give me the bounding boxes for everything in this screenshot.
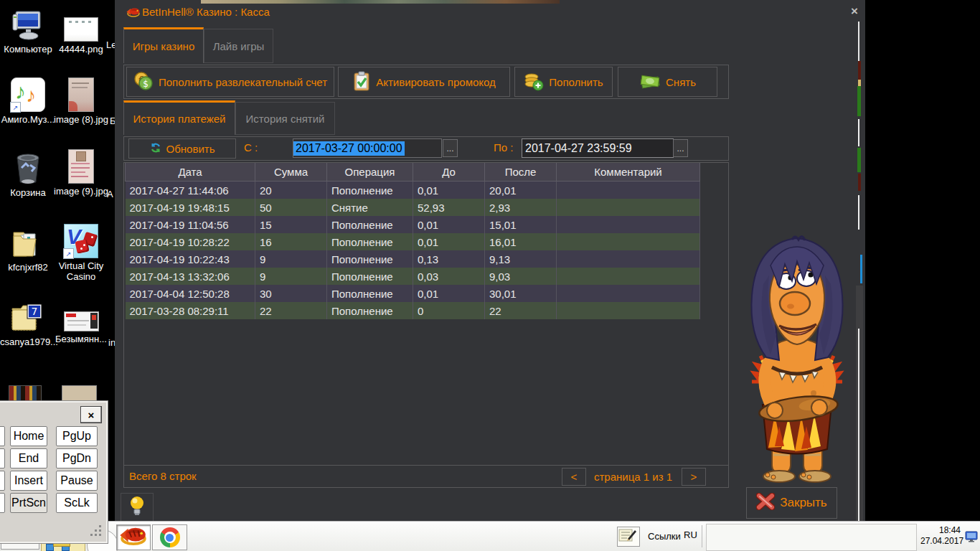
coins-stack-plus-icon [524,71,544,93]
desktop-icon-label: Амиго.Муз... [0,114,56,125]
next-page-button[interactable]: > [682,468,706,486]
edge-sliver [858,61,861,80]
osk-key-insert[interactable]: Insert [10,471,47,491]
tab-withdrawals-history[interactable]: История снятий [235,102,335,135]
desktop-icon-label: Корзина [0,187,56,198]
desktop-icon-recycle-bin[interactable]: Корзина [0,151,56,198]
button-label: Закрыть [780,496,826,510]
table-row[interactable]: 2017-04-19 10:22:439Пополнение0,139,13 [126,250,700,268]
date-from-label: С : [244,141,258,154]
col-header-amount[interactable]: Сумма [255,163,327,182]
osk-key-pgdn[interactable]: PgDn [56,448,98,468]
red-x-icon [756,493,775,514]
edge-sliver [857,148,861,172]
partial-icon-label: А [107,189,113,199]
taskbar-button-chrome[interactable] [152,524,187,550]
table-row[interactable]: 2017-04-13 13:32:069Пополнение0,039,03 [126,268,700,285]
desktop-icon-label: Virtual City Casino [53,260,109,282]
table-row[interactable]: 2017-04-19 10:28:2216Пополнение0,0116,01 [126,233,700,250]
taskbar-button-betinhell[interactable] [116,524,151,550]
links-toolbar-label[interactable]: Ссылки [648,531,681,542]
clipboard-check-icon [352,71,371,93]
date-from-input[interactable]: 2017-03-27 00:00:00 [293,138,442,158]
col-header-after[interactable]: После [485,163,557,182]
resize-grip[interactable] [90,534,93,536]
table-row[interactable]: 2017-04-19 11:04:5615Пополнение0,0115,01 [126,216,700,233]
svg-text:$: $ [143,79,149,89]
col-header-operation[interactable]: Операция [327,163,413,182]
coins-currency-icon: €$ [133,71,154,93]
table-row[interactable]: 2017-04-27 11:44:0620Пополнение0,0120,01 [126,182,700,199]
edge-sliver [858,80,861,86]
banknote-icon [639,72,661,93]
edge-sliver [858,329,859,522]
date-from-picker-button[interactable]: ... [443,139,458,157]
desktop-icon-folder-csanya[interactable]: 7 csanya1979... [0,300,56,347]
desktop-icon-image8[interactable]: image (8).jpg [53,77,109,125]
desktop-icon-untitled[interactable]: Безымянн... [53,309,109,344]
hint-bulb-button[interactable] [121,493,154,522]
desktop-icon-amigo-music[interactable]: ♪ ♪ ↗ Амиго.Муз... [0,77,56,125]
prev-page-button[interactable]: < [562,468,586,486]
col-header-comment[interactable]: Комментарий [557,163,700,182]
osk-close-button[interactable]: × [80,406,102,423]
osk-key-partial[interactable] [0,471,5,491]
button-label: Обновить [166,143,215,155]
osk-key-end[interactable]: End [10,448,47,468]
col-header-date[interactable]: Дата [126,163,255,182]
tab-live-games[interactable]: Лайв игры [204,29,273,63]
screenshot-icon [53,309,109,331]
footer-divider [124,465,728,466]
osk-key-prtscn[interactable]: PrtScn [10,493,47,513]
total-rows-label: Всего 8 строк [129,470,197,482]
desktop-screen: Компьютер 44444.png ♪ ♪ ↗ Амиго.Муз... [0,0,980,551]
input-text: 2017-04-27 23:59:59 [522,141,635,156]
desktop-icon-44444[interactable]: 44444.png [53,7,109,55]
osk-key-home[interactable]: Home [10,426,47,446]
topup-fun-account-button[interactable]: €$ Пополнить развлекательный счет [126,67,334,97]
caveman-mascot-image [729,234,865,484]
taskbar: Пуск Ссылки RU e [0,521,980,551]
date-to-picker-button[interactable]: ... [673,139,688,157]
osk-key-pgup[interactable]: PgUp [56,426,98,446]
tab-payments-history[interactable]: История платежей [123,100,235,135]
window-title: BetInHell® Казино : Касса [142,6,270,18]
button-label: Активировать промокод [376,76,496,88]
desktop-icon-image9[interactable]: image (9).jpg [53,149,109,197]
activate-promo-button[interactable]: Активировать промокод [338,67,510,97]
button-label: Пополнить [549,76,603,88]
selected-text: 2017-03-27 00:00:00 [293,141,405,156]
table-row[interactable]: 2017-04-19 19:48:1550Снятие52,932,93 [126,199,700,216]
betinhell-logo-icon [126,6,141,21]
osk-key-partial[interactable] [0,493,5,513]
window-close-button[interactable]: × [847,4,862,19]
computer-icon [0,7,56,42]
tab-casino-games[interactable]: Игры казино [123,27,204,63]
show-desktop-button[interactable] [964,526,978,547]
desktop-icon-label: Безымянн... [53,334,109,344]
onscreen-keyboard-window: × Home PgUp End PgDn Insert Pause PrtScn… [0,401,108,543]
desktop-icon-label: image (8).jpg [53,114,109,125]
language-indicator[interactable]: RU [684,529,697,540]
osk-key-partial[interactable] [0,426,5,446]
osk-key-sclk[interactable]: ScLk [56,493,98,513]
photo-icon [53,77,109,112]
notes-pen-icon[interactable] [617,527,640,547]
osk-key-pause[interactable]: Pause [56,471,98,491]
desktop-icon-folder-kfcnjxrf82[interactable]: kfcnjxrf82 [0,225,56,273]
close-cashier-button[interactable]: Закрыть [746,487,837,519]
chrome-icon [160,527,180,547]
desktop-icon-virtual-city-casino[interactable]: V ↗ Virtual City Casino [53,224,109,282]
date-to-input[interactable]: 2017-04-27 23:59:59 [522,138,674,158]
withdraw-button[interactable]: Снять [618,67,717,97]
osk-key-partial[interactable] [0,448,5,468]
clock[interactable]: 18:44 27.04.2017 [920,525,961,547]
refresh-button[interactable]: Обновить [128,138,236,159]
table-row[interactable]: 2017-03-28 08:29:1122Пополнение022 [126,302,700,319]
betinhell-logo-icon [118,526,149,549]
table-row[interactable]: 2017-04-04 12:50:2830Пополнение0,0130,01 [126,285,700,302]
col-header-before[interactable]: До [413,163,485,182]
folder-icon [0,225,56,260]
topup-button[interactable]: Пополнить [514,67,613,97]
desktop-icon-computer[interactable]: Компьютер [0,7,56,55]
